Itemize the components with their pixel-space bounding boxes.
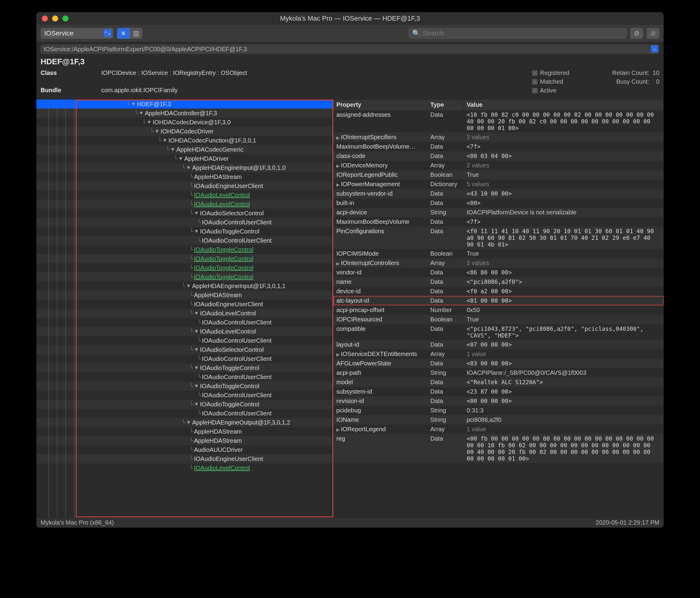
disclosure-icon[interactable]: ▼ <box>194 402 199 407</box>
tree-row[interactable]: └▼IOAudioLevelControl <box>36 309 333 318</box>
tree-row[interactable]: └▼AppleHDAEngineInput@1F,3,0,1,0 <box>36 163 333 172</box>
property-row[interactable]: layout-idData<07 00 00 00> <box>333 340 664 349</box>
property-row[interactable]: subsystem-vendor-idData<43 10 00 00> <box>333 189 664 198</box>
tree-row[interactable]: └IOAudioToggleControl <box>36 245 333 254</box>
property-row[interactable]: revision-idData<00 00 00 00> <box>333 396 664 406</box>
disclosure-icon[interactable]: ▼ <box>194 211 199 216</box>
tree-row[interactable]: └AppleHDAStream <box>36 436 333 445</box>
tree-row[interactable]: └▼AppleHDAController@1F,3 <box>36 109 333 118</box>
property-row[interactable]: MaximumBootBeepVolume…Data<7f> <box>333 142 664 151</box>
property-row[interactable]: subsystem-idData<23 87 00 00> <box>333 387 664 396</box>
property-table[interactable]: assigned-addressesData<10 fb 00 82 c0 00… <box>333 110 664 517</box>
tree-row[interactable]: └IOAudioLevelControl <box>36 463 333 473</box>
tree-row[interactable]: └IOAudioToggleControl <box>36 272 333 281</box>
disclosure-icon[interactable]: ▶ <box>336 352 340 357</box>
property-row[interactable]: IOReportLegendPublicBooleanTrue <box>333 170 664 180</box>
disclosure-icon[interactable]: ▼ <box>186 165 191 170</box>
tree-row[interactable]: └▼AppleHDAEngineInput@1F,3,0,1,1 <box>36 281 333 290</box>
col-property[interactable]: Property <box>333 99 427 110</box>
property-row[interactable]: compatibleData<"pci1043,8723", "pci8086,… <box>333 324 664 340</box>
property-row[interactable]: regData<00 fb 00 00 00 00 00 00 00 00 00… <box>333 434 664 463</box>
property-row[interactable]: PinConfigurationsData<f0 11 11 41 10 40 … <box>333 226 664 249</box>
tree-row[interactable]: └▼IOAudioToggleControl <box>36 400 333 409</box>
tree-row[interactable]: └IOAudioControlUserClient <box>36 318 333 327</box>
property-row[interactable]: built-inData<00> <box>333 198 664 208</box>
tree-row[interactable]: └IOAudioEngineUserClient <box>36 454 333 463</box>
disclosure-icon[interactable]: ▼ <box>162 138 167 143</box>
tree-row[interactable]: └IOAudioControlUserClient <box>36 236 333 245</box>
property-row[interactable]: IOPCIMSIModeBooleanTrue <box>333 249 664 258</box>
property-row[interactable]: MaximumBootBeepVolumeData<7f> <box>333 217 664 226</box>
tree-row[interactable]: └▼IOAudioLevelControl <box>36 327 333 336</box>
search-input[interactable]: 🔍 Search <box>408 28 627 39</box>
property-row[interactable]: nameData<"pci8086,a2f0"> <box>333 277 664 287</box>
col-value[interactable]: Value <box>464 99 664 110</box>
tree-row[interactable]: └▼AppleHDAEngineOutput@1F,3,0,1,2 <box>36 418 333 427</box>
tree-row[interactable]: └▼IOAudioSelectorControl <box>36 209 333 218</box>
property-row[interactable]: acpi-deviceStringIOACPIPlatformDevice is… <box>333 208 664 217</box>
tree-row[interactable]: └▼IOAudioToggleControl <box>36 227 333 236</box>
property-row[interactable]: ▶IOPowerManagementDictionary5 values <box>333 180 664 189</box>
property-row[interactable]: ▶IOInterruptControllersArray2 values <box>333 258 664 268</box>
disclosure-icon[interactable]: ▼ <box>194 311 199 316</box>
disclosure-icon[interactable]: ▼ <box>194 229 199 234</box>
property-row[interactable]: IONameStringpci8086,a2f0 <box>333 415 664 425</box>
tree-row[interactable]: └IOAudioToggleControl <box>36 254 333 263</box>
tree-row[interactable]: └AppleHDAStream <box>36 290 333 300</box>
disclosure-icon[interactable]: ▼ <box>170 147 175 152</box>
property-row[interactable]: ▶IOInterruptSpecifiersArray2 values <box>333 133 664 142</box>
property-row[interactable]: ▶IODeviceMemoryArray2 values <box>333 161 664 170</box>
disclosure-icon[interactable]: ▶ <box>336 261 340 266</box>
tree-row[interactable]: └IOAudioControlUserClient <box>36 409 333 418</box>
tree-row[interactable]: └AudioAUUCDriver <box>36 445 333 454</box>
property-row[interactable]: ▶IOReportLegendArray1 value <box>333 425 664 434</box>
tree-row[interactable]: └▼IOHDACodecDriver <box>36 127 333 136</box>
view-mode-segment[interactable]: ≡ ▥ <box>117 28 143 39</box>
property-row[interactable]: alc-layout-idData<01 00 00 00> <box>333 296 664 305</box>
property-row[interactable]: IOPCIResourcedBooleanTrue <box>333 315 664 324</box>
tree-row[interactable]: └▼IOAudioToggleControl <box>36 381 333 390</box>
disclosure-icon[interactable]: ▼ <box>178 156 183 161</box>
tree-row[interactable]: └IOAudioControlUserClient <box>36 336 333 345</box>
disclosure-icon[interactable]: ▶ <box>336 182 340 187</box>
disclosure-icon[interactable]: ▼ <box>194 347 199 352</box>
property-row[interactable]: device-idData<f0 a2 00 00> <box>333 287 664 296</box>
tree-row[interactable]: └▼IOHDACodecDevice@1F,3,0 <box>36 118 333 127</box>
property-row[interactable]: class-codeData<00 03 04 00> <box>333 151 664 161</box>
tree-row[interactable]: └IOAudioControlUserClient <box>36 373 333 381</box>
property-row[interactable]: pcidebugString0:31:3 <box>333 406 664 415</box>
disclosure-icon[interactable]: ▼ <box>131 101 136 107</box>
property-row[interactable]: modelData<"Realtek ALC S1220A"> <box>333 378 664 387</box>
property-row[interactable]: assigned-addressesData<10 fb 00 82 c0 00… <box>333 110 664 133</box>
path-bar[interactable]: IOService:/AppleACPIPlatformExpert/PC00@… <box>41 44 659 54</box>
tree-row[interactable]: └IOAudioControlUserClient <box>36 218 333 227</box>
tree-row[interactable]: └▼AppleHDACodecGeneric <box>36 145 333 154</box>
disclosure-icon[interactable]: ▶ <box>336 164 340 168</box>
col-type[interactable]: Type <box>427 99 464 110</box>
tree-row[interactable]: └IOAudioEngineUserClient <box>36 181 333 190</box>
property-row[interactable]: AFGLowPowerStateData<03 00 00 00> <box>333 359 664 368</box>
list-view-icon[interactable]: ≡ <box>117 28 130 39</box>
disclosure-icon[interactable]: ▼ <box>147 119 151 125</box>
disclosure-icon[interactable]: ▼ <box>194 365 199 370</box>
property-row[interactable]: acpi-pathStringIOACPIPlane:/_SB/PC00@0/C… <box>333 368 664 378</box>
tree-row[interactable]: └IOAudioLevelControl <box>36 190 333 199</box>
plane-select[interactable]: IOService ⌃⌄ <box>41 28 113 39</box>
disclosure-icon[interactable]: ▼ <box>186 420 191 425</box>
tree-row[interactable]: └AppleHDAStream <box>36 427 333 436</box>
tree-pane[interactable]: └▼HDEF@1F,3└▼AppleHDAController@1F,3└▼IO… <box>36 99 333 517</box>
disclosure-icon[interactable]: ▼ <box>139 111 144 116</box>
disclosure-icon[interactable]: ▼ <box>154 128 159 134</box>
disclosure-icon[interactable]: ▼ <box>194 383 199 389</box>
tree-row[interactable]: └IOAudioControlUserClient <box>36 390 333 400</box>
column-view-icon[interactable]: ▥ <box>130 28 143 39</box>
tree-row[interactable]: └IOAudioLevelControl <box>36 199 333 209</box>
disclosure-icon[interactable]: ▶ <box>336 427 340 432</box>
tree-row[interactable]: └IOAudioEngineUserClient <box>36 300 333 309</box>
property-row[interactable]: acpi-pmcap-offsetNumber0x50 <box>333 305 664 315</box>
tree-row[interactable]: └▼IOAudioToggleControl <box>36 363 333 373</box>
property-row[interactable]: vendor-idData<86 80 00 00> <box>333 268 664 277</box>
disclosure-icon[interactable]: ▼ <box>186 283 191 289</box>
tree-row[interactable]: └IOAudioControlUserClient <box>36 354 333 363</box>
tree-row[interactable]: └▼IOHDACodecFunction@1F,3,0,1 <box>36 136 333 145</box>
